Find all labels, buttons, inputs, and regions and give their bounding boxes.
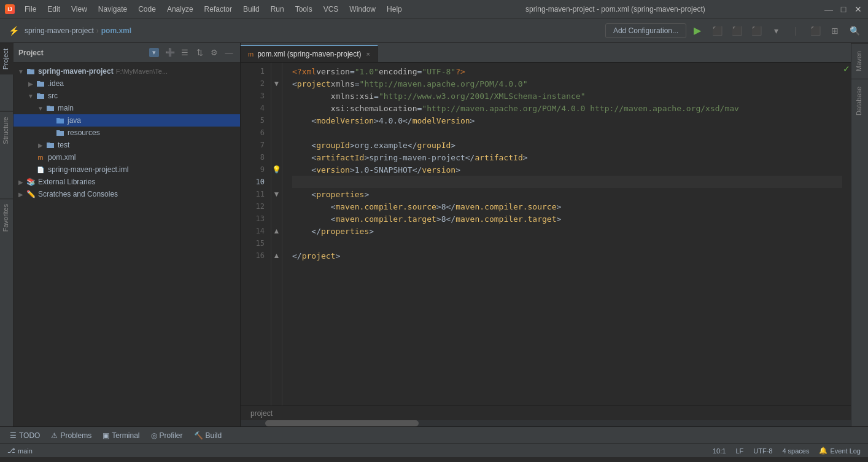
tree-item-idea[interactable]: ▶ .idea	[14, 77, 240, 90]
coverage-button[interactable]: ⬛	[728, 22, 745, 39]
code-content[interactable]: <?xml version="1.0" encoding="UTF-8"?> <…	[282, 63, 842, 405]
profiler-button[interactable]: ◎ Profiler	[146, 430, 188, 441]
right-tab-maven[interactable]: Maven	[851, 43, 868, 79]
tree-item-main[interactable]: ▼ main	[14, 102, 240, 114]
code-line-12: <maven.compiler.source>8</maven.compiler…	[292, 200, 842, 213]
vtab-structure[interactable]: Structure	[0, 111, 14, 149]
tree-label-scratches: Scratches and Consoles	[38, 190, 118, 198]
tree-item-test[interactable]: ▶ test	[14, 139, 240, 151]
todo-button[interactable]: ☰ TODO	[5, 430, 45, 441]
layout-button[interactable]: ⊞	[826, 22, 843, 39]
line-num-8: 8	[241, 151, 271, 163]
fold-gutter: ▼ 💡 ▼ ▲ ▲	[271, 63, 282, 405]
maximize-button[interactable]: □	[839, 4, 848, 14]
debug-button[interactable]: ⬛	[708, 22, 726, 39]
build-button[interactable]: 🔨 Build	[189, 430, 227, 441]
status-encoding[interactable]: UTF-8	[751, 447, 775, 455]
menu-vcs[interactable]: VCS	[319, 4, 344, 15]
toolbar-back-icon[interactable]: ⚡	[5, 22, 22, 39]
panel-add-icon[interactable]: ➕	[164, 47, 176, 59]
gutter-16[interactable]: ▲	[271, 249, 282, 262]
tree-arrow-src[interactable]: ▼	[26, 93, 36, 100]
profile-button[interactable]: ⬛	[748, 22, 765, 39]
menu-build[interactable]: Build	[238, 4, 265, 15]
test-folder-icon	[45, 140, 55, 150]
breadcrumb-file[interactable]: pom.xml	[101, 26, 131, 35]
event-log-icon: 🔔	[819, 447, 827, 455]
terminal-button[interactable]: ▣ Terminal	[98, 430, 144, 441]
panel-minimize-icon[interactable]: —	[223, 47, 235, 59]
menu-tools[interactable]: Tools	[290, 4, 317, 15]
add-configuration-button[interactable]: Add Configuration...	[605, 23, 686, 38]
tree-item-iml[interactable]: 📄 spring-maven-project.iml	[14, 163, 240, 176]
tab-bar: m pom.xml (spring-maven-project) ×	[241, 43, 851, 63]
gutter-9-bulb[interactable]: 💡	[271, 163, 282, 176]
event-log-button[interactable]: 🔔 Event Log	[816, 447, 863, 455]
tree-item-src[interactable]: ▼ src	[14, 90, 240, 102]
todo-label: TODO	[19, 431, 40, 440]
menu-navigate[interactable]: Navigate	[93, 4, 132, 15]
tab-close-button[interactable]: ×	[366, 50, 370, 58]
scratches-icon: ✏️	[26, 189, 36, 199]
tree-arrow-extlibs[interactable]: ▶	[16, 179, 26, 186]
gutter-6	[271, 127, 282, 139]
menu-edit[interactable]: Edit	[42, 4, 65, 15]
line-num-5: 5	[241, 114, 271, 127]
status-position[interactable]: 10:1	[710, 447, 728, 455]
gutter-11[interactable]: ▼	[271, 188, 282, 200]
run-button[interactable]: ▶	[689, 22, 706, 39]
more-run-button[interactable]: ▾	[767, 22, 785, 39]
close-button[interactable]: ✕	[853, 4, 863, 14]
editor-tab-pomxml[interactable]: m pom.xml (spring-maven-project) ×	[241, 45, 378, 62]
h-scrollbar[interactable]	[241, 420, 851, 426]
menu-code[interactable]: Code	[133, 4, 161, 15]
panel-sort-icon[interactable]: ⇅	[193, 47, 206, 59]
h-scrollbar-thumb[interactable]	[265, 420, 419, 426]
vtab-project[interactable]: Project	[0, 43, 14, 74]
menu-run[interactable]: Run	[266, 4, 289, 15]
minimize-button[interactable]: —	[824, 4, 834, 14]
menu-help[interactable]: Help	[382, 4, 407, 15]
problems-button[interactable]: ⚠ Problems	[46, 430, 96, 441]
gutter-10	[271, 176, 282, 188]
menu-bar: File Edit View Navigate Code Analyze Ref…	[20, 4, 407, 15]
project-panel: Project ▾ ➕ ☰ ⇅ ⚙ — ▼ spring-maven-proje…	[14, 43, 241, 426]
right-tab-database[interactable]: Database	[851, 79, 868, 123]
gutter-2[interactable]: ▼	[271, 77, 282, 90]
tree-item-root[interactable]: ▼ spring-maven-project F:\MyMaven\Te...	[14, 65, 240, 77]
vtab-favorites[interactable]: Favorites	[0, 198, 14, 237]
tree-label-main: main	[58, 104, 74, 112]
line-num-4: 4	[241, 102, 271, 114]
menu-refactor[interactable]: Refactor	[200, 4, 237, 15]
tree-arrow-idea[interactable]: ▶	[26, 80, 36, 87]
menu-analyze[interactable]: Analyze	[162, 4, 198, 15]
tree-item-java[interactable]: java	[14, 114, 240, 127]
line-num-12: 12	[241, 200, 271, 213]
tree-arrow-test[interactable]: ▶	[36, 142, 45, 149]
line-num-1: 1	[241, 65, 271, 77]
menu-file[interactable]: File	[20, 4, 41, 15]
status-indent[interactable]: 4 spaces	[780, 447, 812, 455]
tree-item-pomxml[interactable]: m pom.xml	[14, 151, 240, 163]
code-line-3: xmlns:xsi="http://www.w3.org/2001/XMLSch…	[292, 90, 842, 102]
code-editor[interactable]: 1 2 3 4 5 6 7 8 9 10 11 12 13 14 15 16 ▼	[241, 63, 851, 405]
tree-item-extlibs[interactable]: ▶ 📚 External Libraries	[14, 176, 240, 188]
tree-item-scratches[interactable]: ▶ ✏️ Scratches and Consoles	[14, 188, 240, 200]
menu-view[interactable]: View	[66, 4, 92, 15]
editor-bottom-bar: project	[241, 405, 851, 420]
menu-window[interactable]: Window	[344, 4, 381, 15]
gutter-4	[271, 102, 282, 114]
panel-settings-icon[interactable]: ⚙	[208, 47, 220, 59]
search-everywhere-button[interactable]: 🔍	[846, 22, 863, 39]
code-line-8: <artifactId>spring-maven-project</artifa…	[292, 151, 842, 163]
vcs-button[interactable]: ⬛	[807, 22, 824, 39]
tree-arrow-root[interactable]: ▼	[16, 68, 26, 75]
tree-item-resources[interactable]: resources	[14, 127, 240, 139]
tree-arrow-main[interactable]: ▼	[36, 105, 45, 112]
gutter-14[interactable]: ▲	[271, 225, 282, 237]
status-git[interactable]: ⎇ main	[5, 447, 35, 455]
panel-collapse-icon[interactable]: ☰	[179, 47, 191, 59]
breadcrumb-project[interactable]: spring-maven-project	[25, 26, 94, 35]
tree-arrow-scratches[interactable]: ▶	[16, 191, 26, 198]
status-lf[interactable]: LF	[733, 447, 746, 455]
